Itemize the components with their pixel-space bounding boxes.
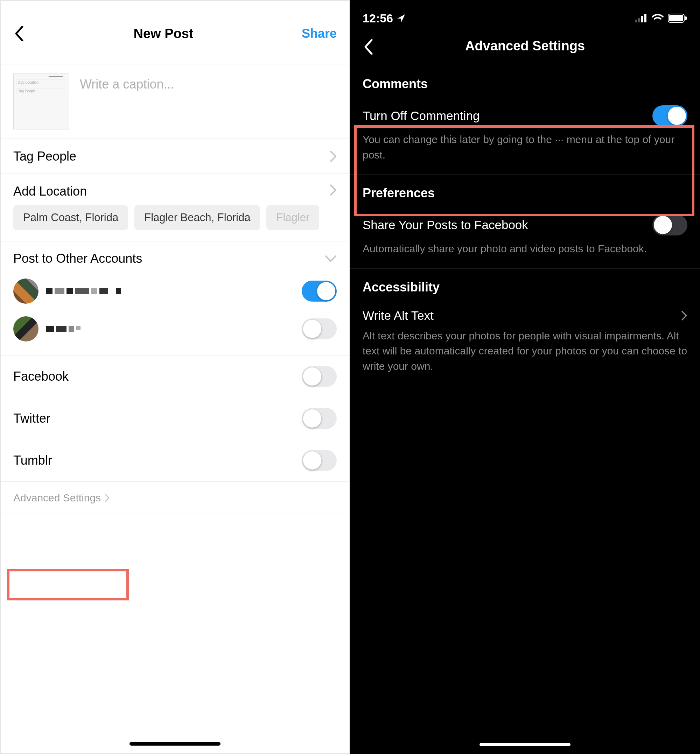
write-alt-text-row[interactable]: Write Alt Text [350,300,700,324]
account-toggle[interactable] [302,281,337,301]
svg-rect-3 [75,288,89,294]
share-button[interactable]: Share [302,26,337,41]
svg-rect-6 [116,288,121,294]
advanced-settings-screen: 12:56 [350,0,700,754]
share-to-facebook-toggle[interactable] [652,214,688,236]
account-name-redacted [46,286,158,297]
share-twitter-row: Twitter [1,398,349,439]
location-arrow-icon [397,14,406,23]
share-facebook-row: Facebook [1,356,349,398]
status-time: 12:56 [362,11,393,25]
svg-rect-4 [91,288,97,294]
wifi-icon [652,14,664,22]
header-bar: Advanced Settings [350,28,700,66]
home-indicator [130,742,220,746]
new-post-screen: New Post Share Add Location Tag People W… [0,0,350,754]
svg-rect-13 [641,16,643,22]
battery-icon [668,14,688,23]
svg-rect-7 [46,326,54,332]
cellular-icon [635,14,647,22]
tumblr-label: Tumblr [13,453,52,468]
write-alt-text-label: Write Alt Text [362,309,434,323]
section-header-accessibility: Accessibility [350,269,700,300]
share-tumblr-row: Tumblr [1,439,349,481]
add-location-label: Add Location [13,184,87,199]
twitter-label: Twitter [13,411,50,426]
annotation-highlight [7,569,129,600]
turn-off-commenting-label: Turn Off Commenting [362,109,480,123]
tumblr-toggle[interactable] [302,450,337,471]
svg-rect-5 [99,288,108,294]
status-bar: 12:56 [350,0,700,28]
section-header-comments: Comments [350,66,700,96]
avatar [13,316,39,342]
svg-rect-8 [56,326,67,332]
location-chip[interactable]: Flagler Beach, Florida [134,205,260,230]
add-location-row[interactable]: Add Location [1,174,349,199]
avatar [13,278,39,304]
section-header-preferences: Preferences [350,175,700,205]
post-to-other-accounts-row[interactable]: Post to Other Accounts [1,241,349,272]
svg-rect-17 [685,16,687,20]
svg-rect-12 [638,18,640,22]
chevron-right-icon [681,310,688,321]
share-to-facebook-label: Share Your Posts to Facebook [362,218,528,232]
share-to-facebook-row: Share Your Posts to Facebook [350,205,700,237]
page-title: New Post [133,26,193,41]
svg-rect-16 [669,15,683,21]
back-button[interactable] [13,28,25,39]
page-title: Advanced Settings [465,39,585,53]
share-to-facebook-desc: Automatically share your photo and video… [350,237,700,269]
chevron-down-icon [325,255,337,262]
write-alt-text-desc: Alt text describes your photos for peopl… [350,324,700,386]
svg-rect-11 [635,20,637,22]
chevron-right-icon [330,150,337,162]
back-button[interactable] [362,41,375,53]
account-row [1,272,349,310]
tag-people-label: Tag People [13,149,76,164]
home-indicator [480,743,570,746]
svg-rect-2 [67,288,73,294]
tag-people-row[interactable]: Tag People [1,139,349,174]
twitter-toggle[interactable] [302,408,337,429]
account-row [1,310,349,348]
turn-off-commenting-desc: You can change this later by going to th… [350,128,700,175]
svg-rect-14 [644,14,647,22]
facebook-label: Facebook [13,369,69,384]
account-toggle[interactable] [302,318,337,339]
advanced-settings-row[interactable]: Advanced Settings [1,481,349,514]
advanced-settings-label: Advanced Settings [13,492,101,504]
post-to-other-label: Post to Other Accounts [13,251,142,266]
chevron-right-icon [104,493,110,503]
header-bar: New Post Share [1,1,349,64]
turn-off-commenting-toggle[interactable] [652,105,688,126]
account-name-redacted [46,324,158,334]
location-chip[interactable]: Flagler [266,205,319,230]
svg-rect-10 [76,326,81,330]
caption-input[interactable]: Write a caption... [80,73,174,92]
chevron-right-icon [330,184,337,199]
caption-row: Add Location Tag People Write a caption.… [1,64,349,139]
svg-rect-0 [46,288,53,294]
location-chip[interactable]: Palm Coast, Florida [13,205,128,230]
turn-off-commenting-row: Turn Off Commenting [350,96,700,128]
svg-rect-9 [69,326,74,332]
facebook-toggle[interactable] [302,366,337,387]
post-thumbnail[interactable]: Add Location Tag People [13,73,69,130]
svg-rect-1 [55,288,64,294]
location-suggestions: Palm Coast, Florida Flagler Beach, Flori… [1,199,349,241]
